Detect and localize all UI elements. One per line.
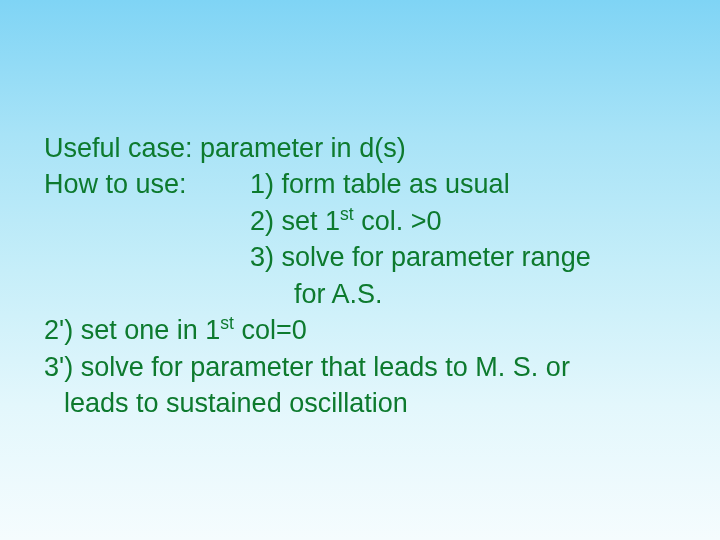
line-useful-case: Useful case: parameter in d(s) bbox=[44, 130, 676, 166]
howto-label: How to use: bbox=[44, 166, 250, 202]
line-how-to-use: How to use:1) form table as usual bbox=[44, 166, 676, 202]
step-1: 1) form table as usual bbox=[250, 169, 510, 199]
step-2-prime: 2') set one in 1st col=0 bbox=[44, 312, 676, 348]
slide: Useful case: parameter in d(s) How to us… bbox=[0, 0, 720, 540]
step-3-line1: 3) solve for parameter range bbox=[44, 239, 676, 275]
step-2p-text-b: col=0 bbox=[234, 315, 307, 345]
step-2p-sup: st bbox=[220, 313, 234, 333]
step-2-sup: st bbox=[340, 204, 354, 224]
step-3-prime-line2: leads to sustained oscillation bbox=[44, 385, 676, 421]
slide-text: Useful case: parameter in d(s) How to us… bbox=[44, 130, 676, 422]
step-2p-text-a: 2') set one in 1 bbox=[44, 315, 220, 345]
step-2: 2) set 1st col. >0 bbox=[44, 203, 676, 239]
step-2-text-a: 2) set 1 bbox=[250, 206, 340, 236]
step-3-line2: for A.S. bbox=[44, 276, 676, 312]
step-2-text-b: col. >0 bbox=[354, 206, 442, 236]
step-3-prime-line1: 3') solve for parameter that leads to M.… bbox=[44, 349, 676, 385]
